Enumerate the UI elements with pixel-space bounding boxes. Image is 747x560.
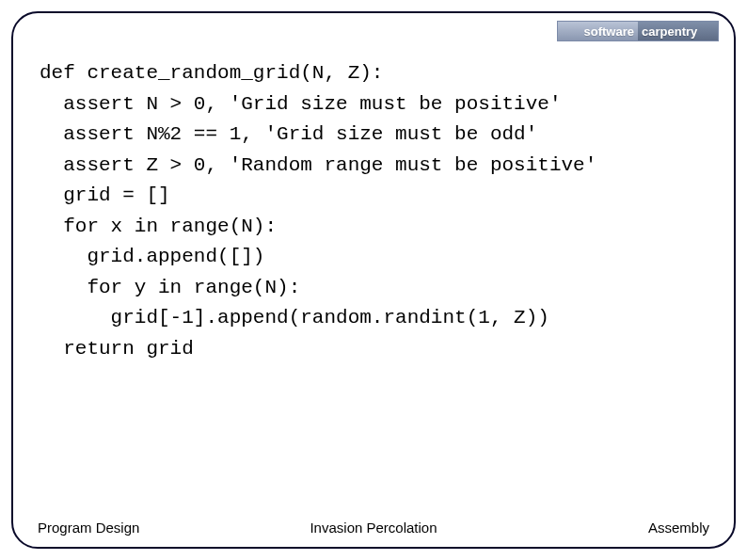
footer: Program Design Invasion Percolation Asse… — [38, 520, 709, 536]
code-line: for y in range(N): — [40, 277, 300, 298]
code-line: def create_random_grid(N, Z): — [40, 62, 383, 84]
code-line: assert Z > 0, 'Random range must be posi… — [40, 154, 596, 176]
code-line: assert N%2 == 1, 'Grid size must be odd' — [40, 123, 537, 145]
code-block: def create_random_grid(N, Z): assert N >… — [40, 58, 709, 364]
logo-software-carpentry: software carpentry — [557, 21, 719, 41]
code-line: return grid — [40, 338, 194, 360]
logo-word-1: software — [584, 24, 634, 39]
code-line: grid[-1].append(random.randint(1, Z)) — [40, 307, 549, 328]
footer-left: Program Design — [38, 520, 245, 536]
footer-right: Assembly — [502, 520, 709, 536]
code-line: assert N > 0, 'Grid size must be positiv… — [40, 93, 562, 115]
code-line: for x in range(N): — [40, 216, 277, 237]
code-line: grid = [] — [40, 184, 170, 206]
code-line: grid.append([]) — [40, 246, 264, 267]
footer-center: Invasion Percolation — [245, 520, 502, 536]
logo-word-2: carpentry — [642, 24, 697, 39]
